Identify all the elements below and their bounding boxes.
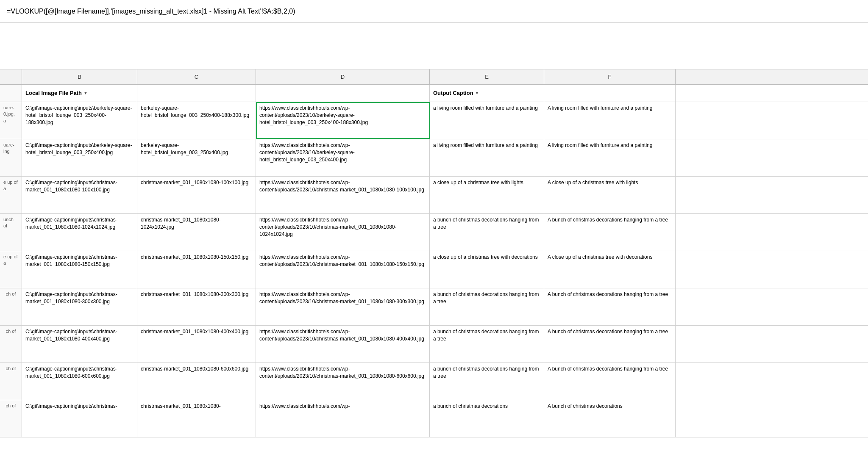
table-row: ch of C:\git\image-captioning\inputs\chr…: [0, 363, 868, 400]
dropdown-icon-f[interactable]: ▼: [612, 90, 616, 96]
cell-output-caption[interactable]: a bunch of christmas decorations hanging…: [430, 363, 544, 400]
cell-case-corrected[interactable]: A bunch of christmas decorations: [544, 400, 676, 437]
column-headers: B C D E F: [0, 69, 868, 85]
spreadsheet-area: Local Image File Path ▼ Image Filename ▼…: [0, 85, 868, 451]
cell-row-a: ch of: [0, 363, 22, 400]
cell-output-caption[interactable]: a living room filled with furniture and …: [430, 139, 544, 176]
cell-image-filename[interactable]: christmas-market_001_1080x1080-1024x1024…: [137, 214, 256, 251]
cell-image-url[interactable]: https://www.classicbritishhotels.com/wp-…: [256, 177, 430, 213]
dropdown-icon-c[interactable]: ▼: [184, 90, 188, 96]
cell-case-corrected[interactable]: A close up of a christmas tree with deco…: [544, 251, 676, 288]
cell-image-filename[interactable]: berkeley-square-hotel_bristol_lounge_003…: [137, 139, 256, 176]
cell-case-corrected[interactable]: A living room filled with furniture and …: [544, 139, 676, 176]
cell-local-path[interactable]: C:\git\image-captioning\inputs\christmas…: [22, 251, 137, 288]
top-spacer-rows: [0, 23, 868, 69]
cell-output-caption[interactable]: a close up of a christmas tree with ligh…: [430, 177, 544, 213]
header-cell-d[interactable]: Image URL ▼: [256, 85, 430, 102]
formula-bar: =VLOOKUP([@[Image Filename]],'[images_mi…: [0, 0, 868, 23]
cell-image-url[interactable]: https://www.classicbritishhotels.com/wp-…: [256, 363, 430, 400]
header-label-d: Image URL: [259, 89, 288, 97]
cell-image-filename[interactable]: christmas-market_001_1080x1080-400x400.j…: [137, 326, 256, 362]
cell-image-filename[interactable]: christmas-market_001_1080x1080-150x150.j…: [137, 251, 256, 288]
header-label-c: Image Filename: [141, 89, 182, 97]
cell-row-a: ch of: [0, 400, 22, 437]
cell-output-caption[interactable]: a living room filled with furniture and …: [430, 102, 544, 139]
cell-case-corrected[interactable]: A bunch of christmas decorations hanging…: [544, 288, 676, 325]
cell-local-path[interactable]: C:\git\image-captioning\inputs\christmas…: [22, 288, 137, 325]
cell-row-a: e up of a: [0, 177, 22, 213]
cell-image-filename[interactable]: christmas-market_001_1080x1080-300x300.j…: [137, 288, 256, 325]
dropdown-icon-e[interactable]: ▼: [475, 90, 479, 96]
cell-image-url[interactable]: https://www.classicbritishhotels.com/wp-…: [256, 102, 430, 139]
cell-local-path[interactable]: C:\git\image-captioning\inputs\berkeley-…: [22, 139, 137, 176]
cell-row-a: e up of a: [0, 251, 22, 288]
cell-row-a: uare- 0.jpg, a: [0, 102, 22, 139]
table-header-row: Local Image File Path ▼ Image Filename ▼…: [0, 85, 868, 102]
spreadsheet: Local Image File Path ▼ Image Filename ▼…: [0, 85, 868, 437]
data-rows-container: uare- 0.jpg, a C:\git\image-captioning\i…: [0, 102, 868, 437]
cell-local-path[interactable]: C:\git\image-captioning\inputs\berkeley-…: [22, 102, 137, 139]
col-header-c: C: [137, 69, 256, 84]
cell-image-filename[interactable]: christmas-market_001_1080x1080-100x100.j…: [137, 177, 256, 213]
cell-image-url[interactable]: https://www.classicbritishhotels.com/wp-…: [256, 139, 430, 176]
cell-row-a: ch of: [0, 326, 22, 362]
header-label-b: Local Image File Path: [25, 89, 82, 97]
cell-image-url[interactable]: https://www.classicbritishhotels.com/wp-…: [256, 251, 430, 288]
cell-output-caption[interactable]: a bunch of christmas decorations hanging…: [430, 214, 544, 251]
cell-image-url[interactable]: https://www.classicbritishhotels.com/wp-…: [256, 326, 430, 362]
cell-image-filename[interactable]: christmas-market_001_1080x1080-: [137, 400, 256, 437]
col-header-e: E: [430, 69, 544, 84]
table-row: e up of a C:\git\image-captioning\inputs…: [0, 177, 868, 214]
cell-image-url[interactable]: https://www.classicbritishhotels.com/wp-: [256, 400, 430, 437]
cell-case-corrected[interactable]: A bunch of christmas decorations hanging…: [544, 363, 676, 400]
header-cell-b[interactable]: Local Image File Path ▼: [22, 85, 137, 102]
cell-case-corrected[interactable]: A bunch of christmas decorations hanging…: [544, 214, 676, 251]
table-row: unch of C:\git\image-captioning\inputs\c…: [0, 214, 868, 251]
formula-text: =VLOOKUP([@[Image Filename]],'[images_mi…: [7, 8, 295, 15]
col-header-a: [0, 69, 22, 84]
table-row: ch of C:\git\image-captioning\inputs\chr…: [0, 326, 868, 363]
table-row: e up of a C:\git\image-captioning\inputs…: [0, 251, 868, 288]
header-label-f: Case Corrected Caption: [548, 89, 610, 97]
table-row: uare- ing C:\git\image-captioning\inputs…: [0, 139, 868, 177]
cell-case-corrected[interactable]: A living room filled with furniture and …: [544, 102, 676, 139]
cell-local-path[interactable]: C:\git\image-captioning\inputs\christmas…: [22, 214, 137, 251]
cell-local-path[interactable]: C:\git\image-captioning\inputs\christmas…: [22, 326, 137, 362]
cell-image-url[interactable]: https://www.classicbritishhotels.com/wp-…: [256, 214, 430, 251]
cell-image-filename[interactable]: berkeley-square-hotel_bristol_lounge_003…: [137, 102, 256, 139]
dropdown-icon-d[interactable]: ▼: [290, 90, 294, 96]
cell-row-a: ch of: [0, 288, 22, 325]
table-row: ch of C:\git\image-captioning\inputs\chr…: [0, 400, 868, 437]
header-cell-a: [0, 85, 22, 102]
cell-local-path[interactable]: C:\git\image-captioning\inputs\christmas…: [22, 177, 137, 213]
table-row: ch of C:\git\image-captioning\inputs\chr…: [0, 288, 868, 326]
header-cell-c[interactable]: Image Filename ▼: [137, 85, 256, 102]
col-header-d: D: [256, 69, 430, 84]
cell-image-filename[interactable]: christmas-market_001_1080x1080-600x600.j…: [137, 363, 256, 400]
cell-local-path[interactable]: C:\git\image-captioning\inputs\christmas…: [22, 363, 137, 400]
table-row: uare- 0.jpg, a C:\git\image-captioning\i…: [0, 102, 868, 139]
cell-image-url[interactable]: https://www.classicbritishhotels.com/wp-…: [256, 288, 430, 325]
header-cell-f[interactable]: Case Corrected Caption ▼: [544, 85, 676, 102]
cell-output-caption[interactable]: a bunch of christmas decorations: [430, 400, 544, 437]
cell-case-corrected[interactable]: A close up of a christmas tree with ligh…: [544, 177, 676, 213]
cell-output-caption[interactable]: a bunch of christmas decorations hanging…: [430, 288, 544, 325]
header-cell-e[interactable]: Output Caption ▼: [430, 85, 544, 102]
col-header-b: B: [22, 69, 137, 84]
cell-output-caption[interactable]: a bunch of christmas decorations hanging…: [430, 326, 544, 362]
dropdown-icon-b[interactable]: ▼: [83, 90, 88, 96]
cell-row-a: unch of: [0, 214, 22, 251]
header-label-e: Output Caption: [433, 89, 473, 97]
col-header-f: F: [544, 69, 676, 84]
cell-case-corrected[interactable]: A bunch of christmas decorations hanging…: [544, 326, 676, 362]
cell-row-a: uare- ing: [0, 139, 22, 176]
cell-output-caption[interactable]: a close up of a christmas tree with deco…: [430, 251, 544, 288]
cell-local-path[interactable]: C:\git\image-captioning\inputs\christmas…: [22, 400, 137, 437]
